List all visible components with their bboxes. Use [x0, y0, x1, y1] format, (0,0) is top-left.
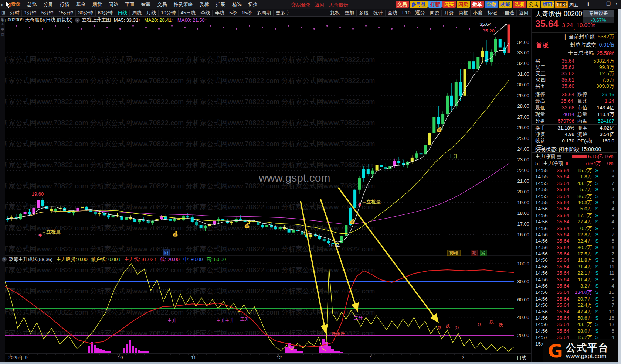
period-15分钟[interactable]: 15分钟 [56, 10, 76, 16]
tool-画线[interactable]: 画线 [386, 10, 400, 16]
period-10分钟[interactable]: 10分钟 [159, 10, 178, 16]
period-1分钟[interactable]: 1分钟 [22, 10, 39, 16]
menu-item-13[interactable]: 精选 [228, 1, 245, 8]
period-5秒[interactable]: 5秒 [227, 10, 239, 16]
tool-返回[interactable]: 返回 [517, 10, 531, 16]
menu-item-6[interactable]: 问达 [105, 1, 121, 8]
svg-text:分析家公式网www.70822.com 分析家公式网www: 分析家公式网www.70822.com 分析家公式网www.70822.com … [0, 56, 375, 63]
doc-icon[interactable]: ◫ [2, 18, 6, 23]
period-多周期[interactable]: 多周期 [254, 10, 274, 16]
chevron-circle-icon[interactable]: ∨ [2, 257, 7, 262]
quick-button-交易[interactable]: 交易 [396, 1, 409, 8]
period-5分钟[interactable]: 5分钟 [39, 10, 56, 16]
period-30分钟[interactable]: 30分钟 [76, 10, 95, 16]
main-indicator-name[interactable]: 立桩上升主图 [82, 17, 111, 23]
tick-row: 14:5635.6428.0万S6 [532, 328, 617, 334]
svg-text:17.00: 17.00 [517, 221, 529, 227]
period-季线[interactable]: 季线 [198, 10, 213, 16]
menu-item-14[interactable]: 切换 [245, 1, 261, 8]
tool-开资[interactable]: 开资 [442, 10, 456, 16]
svg-text:25.00: 25.00 [517, 135, 529, 141]
tool-逐分[interactable]: 逐分 [413, 10, 427, 16]
tick-row: 14:5635.6427.4万S4 [532, 219, 617, 225]
menu-item-3[interactable]: 行情 [56, 1, 72, 8]
quick-button-全撤[interactable]: 全撤 [485, 1, 498, 8]
period-60分钟[interactable]: 60分钟 [96, 10, 115, 16]
right-scrollbar[interactable] [618, 9, 621, 364]
svg-text:22.00: 22.00 [517, 168, 529, 173]
quick-button-打新[interactable]: 打新 [428, 1, 442, 8]
tool-简框[interactable]: 简框 [456, 10, 471, 16]
menu-item-1[interactable]: 总览 [24, 1, 40, 8]
ma5-value: MA5: 33.31 [114, 17, 139, 23]
kline-chart[interactable]: 34.0033.0032.0031.0030.0029.0028.0027.00… [0, 0, 621, 364]
stat-row-现量: 现量4014总量110.4万 [532, 111, 617, 118]
period-15秒[interactable]: 15秒 [239, 10, 254, 16]
menu-item-10[interactable]: 特灵策略 [170, 1, 196, 8]
period-月线[interactable]: 月线 [144, 10, 159, 16]
tool-小窗[interactable]: 小窗 [471, 10, 485, 16]
tick-row: 14:5535.641.8万S3 [532, 174, 617, 180]
quick-button-选项[interactable]: 选项 [513, 1, 526, 8]
quick-button-撤单[interactable]: 撤单 [471, 1, 484, 8]
chevron-down-icon[interactable]: ∨ [75, 18, 80, 23]
timeline-month-label: 12 [276, 355, 282, 360]
quick-button-功能[interactable]: 功能 [499, 1, 512, 8]
tick-list[interactable]: 14:5535.6415.7万S514:5535.641.8万S314:5535… [532, 167, 617, 347]
tool-+自选[interactable]: +自选 [499, 10, 517, 16]
tick-row: 14:5535.6486.2万S5 [532, 193, 617, 199]
money-bag-icon: 💰 [349, 218, 356, 224]
period-label-bottom: 日线 [517, 355, 526, 360]
tool-复权[interactable]: 复权 [328, 10, 342, 16]
next-icon[interactable]: › [616, 1, 617, 7]
tool-统计[interactable]: 统计 [371, 10, 386, 16]
industry-badge[interactable]: 专用设备 -0.67% [583, 10, 614, 23]
menu-item-2[interactable]: 分屏 [40, 1, 56, 8]
minimize-icon[interactable]: ─ [597, 1, 600, 7]
menu-item-11[interactable]: 委标 [196, 1, 212, 8]
menu-item-7[interactable]: 平面 [121, 1, 138, 8]
left-mini-toolbar[interactable]: ◧✛�费 [0, 17, 5, 362]
menu-item-4[interactable]: 基金 [72, 1, 89, 8]
tick-row: 14:5535.645.7万S4 [532, 186, 617, 193]
indicator-title[interactable]: 吸筹主升成妖(58,36) [9, 256, 52, 263]
layout-icon[interactable]: ◨ [1, 10, 5, 15]
period-周线[interactable]: 周线 [130, 10, 144, 16]
quick-button-闪买[interactable]: 闪买 [442, 1, 456, 8]
period-更多 〉[interactable]: 更多 〉 [274, 10, 294, 16]
menu-item-8[interactable]: 智赢 [138, 1, 154, 8]
menu-item-12[interactable]: 扩展 [212, 1, 228, 8]
collapse-icon[interactable]: » [1, 2, 3, 7]
tick-row: 14:5635.6447.4万S10 [532, 309, 617, 315]
svg-text:20.00: 20.00 [517, 333, 529, 338]
jian-badge: 减 [481, 251, 486, 256]
svg-text:分析家公式网www.70822.com 分析家公式网www: 分析家公式网www.70822.com 分析家公式网www.70822.com … [0, 119, 375, 127]
tool-同资[interactable]: 同资 [427, 10, 442, 16]
chart-title: 002009 天奇股份(日线,前复权) [7, 17, 72, 23]
tool-F10[interactable]: F10 [400, 10, 413, 16]
quick-button-多号登[interactable]: 多号登 [410, 1, 428, 8]
period-分时[interactable]: 分时 [7, 10, 22, 16]
menu-item-5[interactable]: 期货 [89, 1, 105, 8]
tick-row: 14:5535.6443.1万S7 [532, 180, 617, 186]
period-日线[interactable]: 日线 [115, 10, 130, 16]
tick-row: 14:5635.6411.4万S8 [532, 277, 617, 283]
yao-label: 妖妖妖 [332, 331, 345, 336]
tool-叠加[interactable]: 叠加 [342, 10, 357, 16]
tool-多股[interactable]: 多股 [357, 10, 371, 16]
tool-标记[interactable]: 标记 [485, 10, 499, 16]
bid-level-4: 买四35.617.5万 [532, 77, 617, 83]
seal-row-2: 十日总涨幅25.58% [532, 49, 617, 57]
svg-text:23.00: 23.00 [517, 157, 529, 162]
collapse-chevron[interactable]: ⌃ [532, 30, 617, 33]
period-45日线[interactable]: 45日线 [179, 10, 198, 16]
top-menu-bar: » ▮看盘总览分屏行情基金期货问达平面智赢交易特灵策略委标扩展精选切换 交易登录… [0, 0, 621, 9]
svg-text:32.00: 32.00 [517, 61, 529, 66]
period-年线[interactable]: 年线 [213, 10, 227, 16]
quick-button-闪卖[interactable]: 闪卖 [457, 1, 470, 8]
quick-button-公式[interactable]: 公式 [527, 1, 540, 8]
restore-icon[interactable]: ❐ [606, 1, 611, 7]
menu-item-9[interactable]: 交易 [154, 1, 170, 8]
ind-field-low: 低: 20.00 [160, 256, 180, 263]
pin-icon[interactable]: ⬆ [586, 1, 590, 7]
